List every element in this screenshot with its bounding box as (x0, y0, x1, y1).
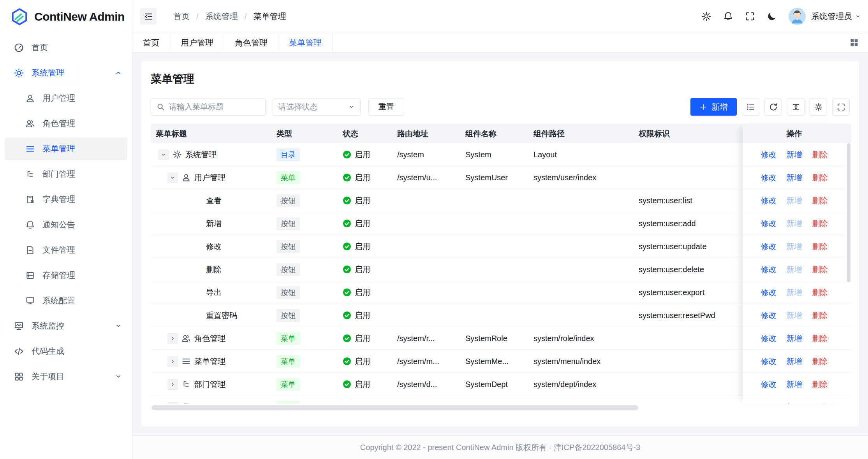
sidebar-item[interactable]: 文件管理 (5, 239, 127, 261)
delete-link[interactable]: 删除 (812, 241, 828, 252)
delete-link[interactable]: 删除 (812, 356, 828, 367)
add-link[interactable]: 新增 (787, 379, 802, 390)
tab-bar: 首页用户管理角色管理菜单管理 (132, 33, 868, 53)
sidebar-item[interactable]: 系统配置 (5, 289, 127, 312)
menu-title-cell: 修改 (151, 241, 271, 252)
check-circle-icon (343, 288, 351, 297)
fullscreen-button[interactable] (739, 8, 761, 25)
breadcrumb-item[interactable]: 首页 (173, 11, 190, 22)
sidebar-item[interactable]: 关于项目 (5, 365, 127, 388)
edit-link[interactable]: 修改 (761, 379, 776, 390)
reset-button[interactable]: 重置 (368, 98, 404, 116)
breadcrumb-item[interactable]: 系统管理 (205, 11, 238, 22)
delete-link[interactable]: 删除 (812, 333, 828, 344)
delete-link[interactable]: 删除 (812, 310, 828, 321)
edit-link[interactable]: 修改 (761, 172, 776, 183)
sidebar: ContiNew Admin 首页 系统管理 用户管理 角色管理 菜单管理 部门… (0, 0, 132, 459)
status-cell: 启用 (338, 356, 392, 367)
edit-link[interactable]: 修改 (761, 264, 776, 275)
delete-link[interactable]: 删除 (812, 379, 828, 390)
add-link[interactable]: 新增 (787, 356, 802, 367)
sidebar-item[interactable]: 存储管理 (5, 264, 127, 287)
breadcrumb: 首页/系统管理/菜单管理 (173, 11, 286, 22)
edit-link[interactable]: 修改 (761, 333, 776, 344)
row-actions: 修改 新增 删除 (743, 281, 846, 304)
tab[interactable]: 角色管理 (224, 33, 278, 52)
sidebar-item[interactable]: 系统监控 (5, 315, 127, 337)
row-actions: 修改 新增 删除 (743, 258, 846, 281)
edit-link[interactable]: 修改 (761, 287, 776, 298)
permission-cell: system:user:export (634, 288, 743, 297)
add-link[interactable]: 新增 (787, 149, 802, 160)
sidebar-item[interactable]: 角色管理 (5, 112, 127, 135)
expand-button[interactable] (167, 333, 178, 344)
sidebar-item[interactable]: 代码生成 (5, 340, 127, 362)
status-select[interactable]: 请选择状态 (273, 98, 361, 116)
sidebar-item[interactable]: 用户管理 (5, 87, 127, 109)
breadcrumb-item[interactable]: 菜单管理 (254, 11, 286, 22)
add-link[interactable]: 新增 (787, 172, 802, 183)
add-link[interactable]: 新增 (787, 195, 802, 206)
bell-icon (25, 220, 35, 230)
column-header: 状态 (338, 128, 392, 139)
expand-button[interactable] (167, 172, 178, 183)
tab[interactable]: 用户管理 (170, 33, 224, 52)
bell-button[interactable] (717, 8, 739, 25)
sidebar-item[interactable]: 部门管理 (5, 163, 127, 185)
refresh-button[interactable] (764, 98, 782, 116)
line-height-button[interactable] (787, 98, 805, 116)
delete-link[interactable]: 删除 (812, 402, 828, 404)
expand-button[interactable] (167, 356, 178, 367)
edit-link[interactable]: 修改 (761, 241, 776, 252)
delete-link[interactable]: 删除 (812, 218, 828, 229)
tab-label: 角色管理 (235, 37, 268, 48)
user-name[interactable]: 系统管理员 (811, 11, 852, 22)
search-input[interactable] (169, 102, 260, 111)
edit-link[interactable]: 修改 (761, 218, 776, 229)
add-link[interactable]: 新增 (787, 333, 802, 344)
sidebar-item-label: 系统管理 (32, 67, 64, 78)
avatar[interactable] (788, 7, 806, 25)
sidebar-item-label: 用户管理 (42, 93, 75, 104)
edit-link[interactable]: 修改 (761, 195, 776, 206)
expand-button[interactable] (167, 402, 178, 404)
sidebar-collapse-button[interactable] (140, 8, 157, 25)
tab-layout-button[interactable] (849, 37, 860, 48)
sidebar-item[interactable]: 菜单管理 (5, 137, 127, 160)
delete-link[interactable]: 删除 (812, 287, 828, 298)
expand-button[interactable] (167, 379, 178, 390)
delete-link[interactable]: 删除 (812, 264, 828, 275)
horizontal-scrollbar[interactable] (151, 405, 638, 410)
delete-link[interactable]: 删除 (812, 195, 828, 206)
delete-link[interactable]: 删除 (812, 172, 828, 183)
add-link[interactable]: 新增 (787, 218, 802, 229)
list-button[interactable] (742, 98, 759, 116)
sidebar-item[interactable]: 系统管理 (5, 62, 127, 84)
tab[interactable]: 首页 (132, 33, 170, 52)
delete-link[interactable]: 删除 (812, 149, 828, 160)
add-link[interactable]: 新增 (787, 241, 802, 252)
column-header: 组件路径 (528, 128, 634, 139)
tab[interactable]: 菜单管理 (278, 33, 333, 52)
fullscreen-button[interactable] (832, 98, 850, 116)
sidebar-item[interactable]: 字典管理 (5, 188, 127, 211)
edit-link[interactable]: 修改 (761, 149, 776, 160)
edit-link[interactable]: 修改 (761, 402, 776, 404)
gear-button[interactable] (695, 8, 717, 25)
check-circle-icon (343, 150, 351, 159)
sidebar-item[interactable]: 首页 (5, 36, 127, 59)
add-link[interactable]: 新增 (787, 310, 802, 321)
vertical-scrollbar[interactable] (847, 143, 850, 282)
moon-button[interactable] (761, 8, 783, 25)
edit-link[interactable]: 修改 (761, 310, 776, 321)
add-link[interactable]: 新增 (787, 264, 802, 275)
edit-link[interactable]: 修改 (761, 356, 776, 367)
expand-button[interactable] (158, 149, 169, 160)
add-link[interactable]: 新增 (787, 402, 802, 404)
add-link[interactable]: 新增 (787, 287, 802, 298)
type-badge: 菜单 (276, 332, 300, 345)
add-button[interactable]: 新增 (690, 98, 737, 116)
gear-button[interactable] (810, 98, 827, 116)
sidebar-item[interactable]: 通知公告 (5, 213, 127, 236)
toolbar-icon-buttons (742, 98, 850, 116)
